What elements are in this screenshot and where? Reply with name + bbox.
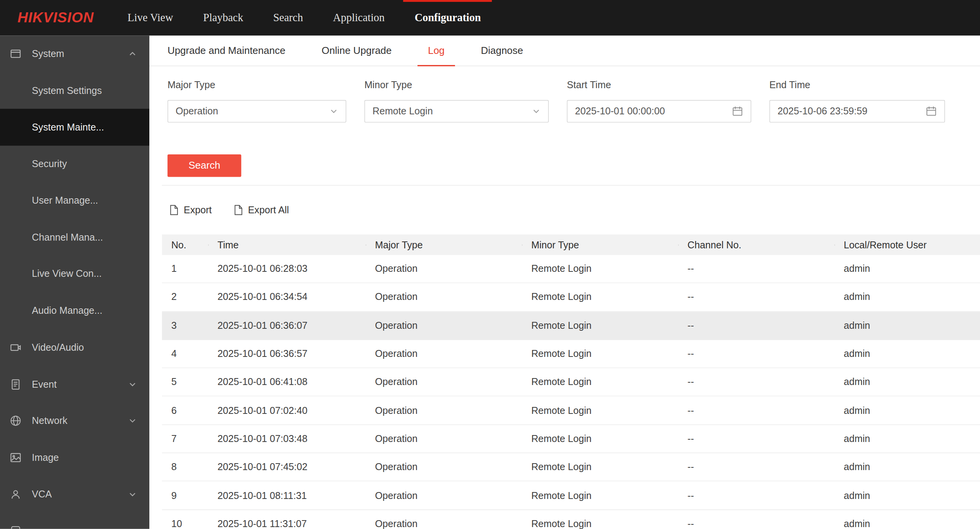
cell: Remote Login xyxy=(522,348,678,359)
cell: 10 xyxy=(162,518,208,529)
cell: Operation xyxy=(366,518,522,529)
top-bar: HIKVISION Live ViewPlaybackSearchApplica… xyxy=(0,0,980,36)
export-all-button[interactable]: Export All xyxy=(233,204,289,216)
tab-diagnose[interactable]: Diagnose xyxy=(470,36,534,66)
start-time-input[interactable]: 2025-10-01 00:00:00 xyxy=(567,100,751,122)
table-row-8[interactable]: 82025-10-01 07:45:02OperationRemote Logi… xyxy=(162,453,980,482)
cell: 6 xyxy=(162,405,208,416)
sidebar-item-label: Live View Con... xyxy=(32,268,102,280)
sidebar-item-user-manage[interactable]: User Manage... xyxy=(0,182,149,219)
video-audio-icon xyxy=(9,341,22,353)
cell: -- xyxy=(678,263,835,275)
tab-log[interactable]: Log xyxy=(417,36,455,66)
table-row-4[interactable]: 42025-10-01 06:36:57OperationRemote Logi… xyxy=(162,340,980,368)
cell: 1 xyxy=(162,263,208,275)
table-row-10[interactable]: 102025-10-01 11:31:07OperationRemote Log… xyxy=(162,510,980,529)
cell: Operation xyxy=(366,377,522,388)
topnav-item-search[interactable]: Search xyxy=(258,0,318,36)
table-row-5[interactable]: 52025-10-01 06:41:08OperationRemote Logi… xyxy=(162,368,980,397)
cell: -- xyxy=(678,405,835,416)
minor-type-select[interactable]: Remote Login xyxy=(365,100,549,122)
topnav-item-configuration[interactable]: Configuration xyxy=(400,0,496,36)
cell: 2025-10-01 06:36:57 xyxy=(208,348,366,359)
sidebar-item-cutoff[interactable] xyxy=(0,512,149,529)
cell: -- xyxy=(678,348,835,359)
filters: Major Type Operation Minor Type Remote L… xyxy=(167,79,945,122)
cell: 2025-10-01 11:31:07 xyxy=(208,518,366,529)
topnav-item-application[interactable]: Application xyxy=(318,0,400,36)
cutoff-icon xyxy=(9,525,22,529)
cell: 3 xyxy=(162,320,208,331)
sidebar-item-channel-mana[interactable]: Channel Mana... xyxy=(0,219,149,256)
sidebar-item-live-view-con[interactable]: Live View Con... xyxy=(0,256,149,292)
cell: Remote Login xyxy=(522,263,678,275)
cell: Operation xyxy=(366,490,522,501)
export-button[interactable]: Export xyxy=(169,204,212,216)
tab-online-upgrade[interactable]: Online Upgrade xyxy=(311,36,402,66)
search-button[interactable]: Search xyxy=(167,154,241,177)
table-row-1[interactable]: 12025-10-01 06:28:03OperationRemote Logi… xyxy=(162,255,980,283)
end-time-filter: End Time 2025-10-06 23:59:59 xyxy=(769,79,945,122)
topnav-item-live-view[interactable]: Live View xyxy=(112,0,188,36)
column-header-minor-type: Minor Type xyxy=(522,239,678,250)
sidebar-item-system-settings[interactable]: System Settings xyxy=(0,72,149,109)
cell: 2025-10-01 07:02:40 xyxy=(208,405,366,416)
sidebar-item-system[interactable]: System xyxy=(0,36,149,72)
cell: 8 xyxy=(162,462,208,473)
cell: Operation xyxy=(366,405,522,416)
sidebar-item-vca[interactable]: VCA xyxy=(0,476,149,512)
cell: Operation xyxy=(366,433,522,444)
sidebar-item-label: Audio Manage... xyxy=(32,305,102,316)
topnav-item-playback[interactable]: Playback xyxy=(188,0,258,36)
sidebar: SystemSystem SettingsSystem Mainte...Sec… xyxy=(0,36,149,529)
log-table: No.TimeMajor TypeMinor TypeChannel No.Lo… xyxy=(162,234,980,529)
sidebar-item-image[interactable]: Image xyxy=(0,439,149,476)
sidebar-item-network[interactable]: Network xyxy=(0,402,149,439)
sidebar-item-audio-manage[interactable]: Audio Manage... xyxy=(0,293,149,329)
table-row-6[interactable]: 62025-10-01 07:02:40OperationRemote Logi… xyxy=(162,397,980,425)
cell: 7 xyxy=(162,433,208,444)
chevron-down-icon xyxy=(128,380,137,388)
chevron-down-icon xyxy=(128,490,137,499)
export-all-icon xyxy=(233,204,244,216)
column-header-local-remote-user: Local/Remote User xyxy=(835,239,980,250)
calendar-icon xyxy=(926,105,937,117)
cell: admin xyxy=(835,377,980,388)
table-row-2[interactable]: 22025-10-01 06:34:54OperationRemote Logi… xyxy=(162,283,980,312)
end-time-input[interactable]: 2025-10-06 23:59:59 xyxy=(769,100,945,122)
cell: Operation xyxy=(366,263,522,275)
hikvision-web-ui: HIKVISION Live ViewPlaybackSearchApplica… xyxy=(0,0,980,529)
sidebar-item-label: Channel Mana... xyxy=(32,232,103,243)
table-row-9[interactable]: 92025-10-01 08:11:31OperationRemote Logi… xyxy=(162,482,980,510)
table-row-7[interactable]: 72025-10-01 07:03:48OperationRemote Logi… xyxy=(162,425,980,454)
cell: -- xyxy=(678,377,835,388)
cell: 5 xyxy=(162,377,208,388)
minor-type-value: Remote Login xyxy=(373,105,433,117)
column-header-channel-no: Channel No. xyxy=(678,239,835,250)
divider xyxy=(162,185,980,186)
cell: -- xyxy=(678,320,835,331)
minor-type-label: Minor Type xyxy=(365,79,549,90)
end-time-value: 2025-10-06 23:59:59 xyxy=(778,105,868,117)
cell: admin xyxy=(835,348,980,359)
tab-upgrade-and-maintenance[interactable]: Upgrade and Maintenance xyxy=(157,36,296,66)
cell: -- xyxy=(678,291,835,303)
sidebar-item-label: Security xyxy=(32,158,67,169)
cell: 2025-10-01 06:36:07 xyxy=(208,320,366,331)
cell: Remote Login xyxy=(522,462,678,473)
start-time-filter: Start Time 2025-10-01 00:00:00 xyxy=(567,79,751,122)
sidebar-item-security[interactable]: Security xyxy=(0,146,149,182)
sidebar-item-label: System xyxy=(32,49,64,60)
sidebar-item-system-mainte[interactable]: System Mainte... xyxy=(0,109,149,146)
topnav: Live ViewPlaybackSearchApplicationConfig… xyxy=(112,0,496,36)
cell: admin xyxy=(835,320,980,331)
sidebar-item-label: System Mainte... xyxy=(32,122,104,133)
major-type-filter: Major Type Operation xyxy=(167,79,346,122)
sidebar-item-event[interactable]: Event xyxy=(0,366,149,402)
table-row-3[interactable]: 32025-10-01 06:36:07OperationRemote Logi… xyxy=(162,312,980,340)
major-type-select[interactable]: Operation xyxy=(167,100,346,122)
cell: Operation xyxy=(366,320,522,331)
export-row: Export Export All xyxy=(169,203,310,218)
cell: 2025-10-01 07:45:02 xyxy=(208,462,366,473)
sidebar-item-video-audio[interactable]: Video/Audio xyxy=(0,329,149,366)
